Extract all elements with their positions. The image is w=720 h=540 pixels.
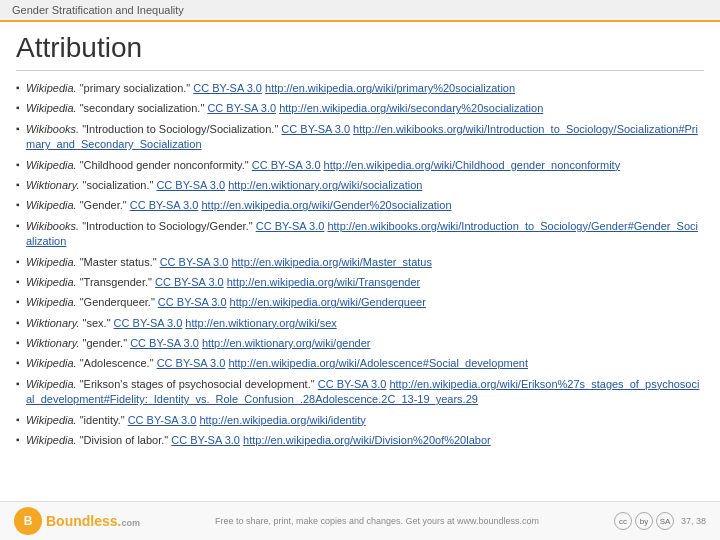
cc-link[interactable]: CC BY-SA 3.0 (128, 414, 197, 426)
cc-link[interactable]: CC BY-SA 3.0 (256, 220, 325, 232)
url-link[interactable]: http://en.wikipedia.org/wiki/Adolescence… (228, 357, 528, 369)
url-link[interactable]: http://en.wikipedia.org/wiki/primary%20s… (265, 82, 515, 94)
url-link[interactable]: http://en.wikipedia.org/wiki/Genderqueer (230, 296, 426, 308)
url-link[interactable]: http://en.wikipedia.org/wiki/Division%20… (243, 434, 491, 446)
attribution-list: Wikipedia. "primary socialization." CC B… (16, 79, 704, 450)
url-link[interactable]: http://en.wikipedia.org/wiki/secondary%2… (279, 102, 543, 114)
cc-link[interactable]: CC BY-SA 3.0 (158, 296, 227, 308)
logo-name: Boundless.com (46, 513, 140, 529)
cc-link[interactable]: CC BY-SA 3.0 (114, 317, 183, 329)
list-item: Wikipedia. "Division of labor." CC BY-SA… (16, 431, 704, 450)
page-title: Attribution (16, 32, 704, 71)
footer: B Boundless.com Free to share, print, ma… (0, 501, 720, 540)
by-icon: by (635, 512, 653, 530)
cc-link[interactable]: CC BY-SA 3.0 (207, 102, 276, 114)
sa-icon: SA (656, 512, 674, 530)
list-item: Wikipedia. "Genderqueer." CC BY-SA 3.0 h… (16, 293, 704, 312)
top-bar-label: Gender Stratification and Inequality (12, 4, 184, 16)
cc-link[interactable]: CC BY-SA 3.0 (130, 199, 199, 211)
cc-link[interactable]: CC BY-SA 3.0 (157, 357, 226, 369)
cc-link[interactable]: CC BY-SA 3.0 (252, 159, 321, 171)
url-link[interactable]: http://en.wikibooks.org/wiki/Introductio… (26, 123, 698, 150)
list-item: Wikibooks. "Introduction to Sociology/So… (16, 120, 704, 155)
cc-link[interactable]: CC BY-SA 3.0 (193, 82, 262, 94)
cc-link[interactable]: CC BY-SA 3.0 (130, 337, 199, 349)
url-link[interactable]: http://en.wikibooks.org/wiki/Introductio… (26, 220, 698, 247)
url-link[interactable]: http://en.wiktionary.org/wiki/socializat… (228, 179, 422, 191)
top-bar: Gender Stratification and Inequality (0, 0, 720, 22)
list-item: Wikipedia. "Adolescence." CC BY-SA 3.0 h… (16, 354, 704, 373)
cc-link[interactable]: CC BY-SA 3.0 (171, 434, 240, 446)
list-item: Wikipedia. "Erikson's stages of psychoso… (16, 375, 704, 410)
list-item: Wikipedia. "secondary socialization." CC… (16, 99, 704, 118)
footer-logo: B Boundless.com (14, 507, 140, 535)
cc-link[interactable]: CC BY-SA 3.0 (160, 256, 229, 268)
url-link[interactable]: http://en.wikipedia.org/wiki/Childhood_g… (324, 159, 621, 171)
list-item: Wikipedia. "Gender." CC BY-SA 3.0 http:/… (16, 196, 704, 215)
url-link[interactable]: http://en.wiktionary.org/wiki/sex (185, 317, 336, 329)
list-item: Wikipedia. "primary socialization." CC B… (16, 79, 704, 98)
cc-link[interactable]: CC BY-SA 3.0 (318, 378, 387, 390)
list-item: Wiktionary. "gender." CC BY-SA 3.0 http:… (16, 334, 704, 353)
logo-icon: B (14, 507, 42, 535)
cc-icon: cc (614, 512, 632, 530)
url-link[interactable]: http://en.wikipedia.org/wiki/Master_stat… (231, 256, 432, 268)
url-link[interactable]: http://en.wiktionary.org/wiki/gender (202, 337, 371, 349)
list-item: Wikipedia. "Master status." CC BY-SA 3.0… (16, 253, 704, 272)
cc-link[interactable]: CC BY-SA 3.0 (155, 276, 224, 288)
list-item: Wiktionary. "sex." CC BY-SA 3.0 http://e… (16, 314, 704, 333)
list-item: Wiktionary. "socialization." CC BY-SA 3.… (16, 176, 704, 195)
url-link[interactable]: http://en.wikipedia.org/wiki/identity (199, 414, 365, 426)
cc-link[interactable]: CC BY-SA 3.0 (281, 123, 350, 135)
url-link[interactable]: http://en.wikipedia.org/wiki/Gender%20so… (201, 199, 451, 211)
url-link[interactable]: http://en.wikipedia.org/wiki/Transgender (227, 276, 420, 288)
list-item: Wikipedia. "identity." CC BY-SA 3.0 http… (16, 411, 704, 430)
footer-icons: cc by SA 37, 38 (614, 512, 706, 530)
list-item: Wikipedia. "Childhood gender nonconformi… (16, 156, 704, 175)
footer-license-text: Free to share, print, make copies and ch… (160, 516, 594, 526)
list-item: Wikibooks. "Introduction to Sociology/Ge… (16, 217, 704, 252)
list-item: Wikipedia. "Transgender." CC BY-SA 3.0 h… (16, 273, 704, 292)
cc-link[interactable]: CC BY-SA 3.0 (156, 179, 225, 191)
page-numbers: 37, 38 (681, 516, 706, 526)
